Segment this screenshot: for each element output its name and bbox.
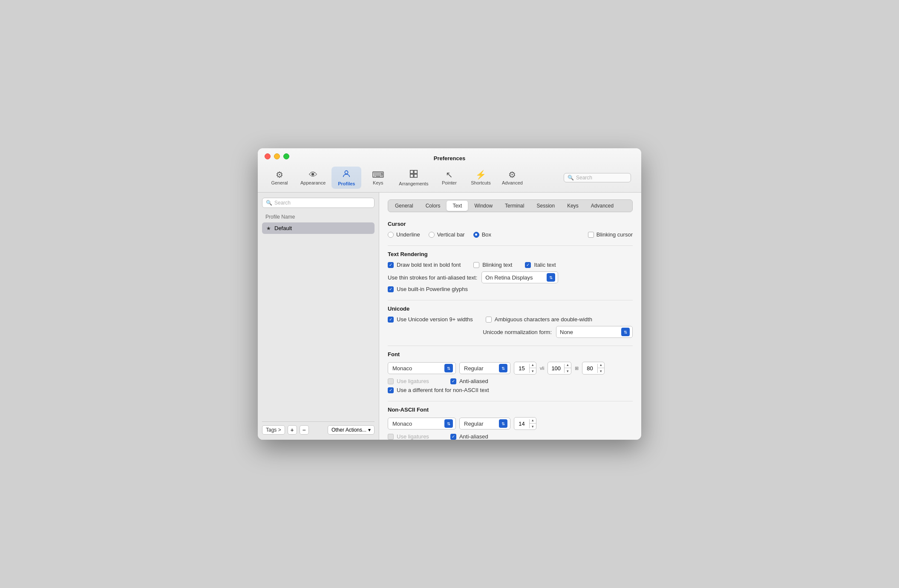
font-size-up[interactable]: ▴ xyxy=(530,362,536,368)
anti-aliased-option[interactable]: Anti-aliased xyxy=(450,378,488,384)
unicode-version-checkbox[interactable] xyxy=(388,317,394,323)
tab-terminal[interactable]: Terminal xyxy=(499,201,530,211)
text-rendering-title: Text Rendering xyxy=(388,251,633,257)
tab-keys[interactable]: Keys xyxy=(561,201,585,211)
toolbar-search-input[interactable] xyxy=(576,175,627,181)
non-ascii-size-up[interactable]: ▴ xyxy=(530,418,536,424)
blinking-text-checkbox[interactable] xyxy=(473,262,479,268)
non-ascii-size-arrows[interactable]: ▴ ▾ xyxy=(530,418,536,429)
toolbar-item-keys[interactable]: ⌨ Keys xyxy=(363,168,393,188)
line-height-up[interactable]: ▴ xyxy=(565,362,571,368)
non-ascii-font-select[interactable]: Monaco ⇅ xyxy=(388,418,456,429)
toolbar-item-pointer[interactable]: ↖ Pointer xyxy=(434,168,464,188)
italic-text-label: Italic text xyxy=(534,262,556,268)
draw-bold-checkbox[interactable] xyxy=(388,262,394,268)
cursor-option-underline[interactable]: Underline xyxy=(388,231,420,238)
add-profile-button[interactable]: + xyxy=(288,425,297,435)
normalization-select[interactable]: None ⇅ xyxy=(556,326,633,338)
keyboard-icon: ⌨ xyxy=(372,170,384,179)
use-ligatures-checkbox[interactable] xyxy=(388,378,394,384)
cursor-radio-box[interactable] xyxy=(473,232,479,238)
cursor-option-box[interactable]: Box xyxy=(473,231,491,238)
tab-advanced[interactable]: Advanced xyxy=(585,201,620,211)
tab-text[interactable]: Text xyxy=(447,201,468,211)
powerline-label: Use built-in Powerline glyphs xyxy=(397,286,468,292)
unicode-version-label: Use Unicode version 9+ widths xyxy=(397,316,473,323)
anti-alias-value: On Retina Displays xyxy=(485,274,547,281)
draw-bold-option[interactable]: Draw bold text in bold font xyxy=(388,262,461,268)
maximize-button[interactable] xyxy=(283,153,289,159)
blinking-cursor-checkbox[interactable] xyxy=(588,232,594,238)
use-ligatures-option[interactable]: Use ligatures xyxy=(388,378,429,384)
cursor-radio-vertical-bar[interactable] xyxy=(429,232,435,238)
non-ascii-size-down[interactable]: ▾ xyxy=(530,424,536,429)
toolbar-item-appearance[interactable]: 👁 Appearance xyxy=(296,168,330,188)
diff-font-checkbox[interactable] xyxy=(388,387,394,393)
non-ascii-anti-aliased-checkbox[interactable] xyxy=(450,434,456,440)
profile-name: Default xyxy=(274,225,292,231)
svg-point-0 xyxy=(345,171,348,174)
line-height-down[interactable]: ▾ xyxy=(565,368,571,374)
toolbar-item-arrangements[interactable]: Arrangements xyxy=(395,167,432,189)
cursor-option-vertical-bar[interactable]: Vertical bar xyxy=(429,231,465,238)
italic-text-option[interactable]: Italic text xyxy=(525,262,556,268)
sidebar-search-input[interactable] xyxy=(274,200,371,206)
toolbar-search[interactable]: 🔍 xyxy=(564,173,631,182)
char-spacing-arrows[interactable]: ▴ ▾ xyxy=(598,362,604,374)
font-style-select[interactable]: Regular ⇅ xyxy=(459,362,510,374)
non-ascii-style-select[interactable]: Regular ⇅ xyxy=(459,418,510,429)
sidebar-footer: Tags > + − Other Actions... ▾ xyxy=(262,421,375,435)
anti-aliased-checkbox[interactable] xyxy=(450,378,456,384)
blinking-text-option[interactable]: Blinking text xyxy=(473,262,512,268)
tab-general[interactable]: General xyxy=(389,201,419,211)
sidebar-search[interactable]: 🔍 xyxy=(262,198,375,208)
profile-item-default[interactable]: ★ Default xyxy=(262,222,375,234)
remove-profile-button[interactable]: − xyxy=(300,425,309,435)
font-size-arrows[interactable]: ▴ ▾ xyxy=(530,362,536,374)
char-spacing-up[interactable]: ▴ xyxy=(598,362,604,368)
toolbar-item-shortcuts[interactable]: ⚡ Shortcuts xyxy=(466,168,496,188)
toolbar-item-profiles[interactable]: Profiles xyxy=(331,167,361,189)
tab-colors[interactable]: Colors xyxy=(420,201,447,211)
tab-window[interactable]: Window xyxy=(468,201,498,211)
ambiguous-chars-checkbox[interactable] xyxy=(486,317,492,323)
ambiguous-chars-option[interactable]: Ambiguous characters are double-width xyxy=(486,316,592,323)
search-icon: 🔍 xyxy=(568,175,574,181)
powerline-checkbox[interactable] xyxy=(388,286,394,292)
powerline-option[interactable]: Use built-in Powerline glyphs xyxy=(388,286,633,292)
non-ascii-ligatures-option[interactable]: Use ligatures xyxy=(388,433,429,440)
font-name-select[interactable]: Monaco ⇅ xyxy=(388,362,456,374)
line-height-arrows[interactable]: ▴ ▾ xyxy=(565,362,571,374)
tab-session[interactable]: Session xyxy=(530,201,561,211)
diff-font-option[interactable]: Use a different font for non-ASCII text xyxy=(388,387,633,393)
text-rendering-section: Text Rendering Draw bold text in bold fo… xyxy=(388,251,633,292)
tags-button[interactable]: Tags > xyxy=(262,425,285,435)
cursor-section-title: Cursor xyxy=(388,221,633,227)
char-spacing-value: 80 xyxy=(582,364,598,373)
non-ascii-anti-aliased-option[interactable]: Anti-aliased xyxy=(450,433,488,440)
char-spacing-down[interactable]: ▾ xyxy=(598,368,604,374)
unicode-version-option[interactable]: Use Unicode version 9+ widths xyxy=(388,316,473,323)
close-button[interactable] xyxy=(265,153,271,159)
blinking-cursor-option[interactable]: Blinking cursor xyxy=(588,231,633,238)
line-height-stepper[interactable]: 100 ▴ ▾ xyxy=(547,362,571,375)
toolbar-item-general[interactable]: ⚙ General xyxy=(265,168,294,188)
non-ascii-section: Non-ASCII Font Monaco ⇅ Regular ⇅ 14 ▴ xyxy=(388,406,633,440)
font-size-down[interactable]: ▾ xyxy=(530,368,536,374)
non-ascii-style-value: Regular xyxy=(464,421,499,427)
font-name-value: Monaco xyxy=(392,365,444,372)
anti-alias-select[interactable]: On Retina Displays ⇅ xyxy=(481,271,558,283)
non-ascii-size-stepper[interactable]: 14 ▴ ▾ xyxy=(514,417,536,430)
minimize-button[interactable] xyxy=(274,153,280,159)
main-panel: General Colors Text Window Terminal Sess… xyxy=(379,193,641,440)
italic-text-checkbox[interactable] xyxy=(525,262,531,268)
char-spacing-stepper[interactable]: 80 ▴ ▾ xyxy=(582,362,605,375)
non-ascii-ligatures-checkbox[interactable] xyxy=(388,434,394,440)
profile-list: ★ Default xyxy=(262,222,375,421)
pointer-icon: ↖ xyxy=(446,170,453,179)
font-size-stepper[interactable]: 15 ▴ ▾ xyxy=(514,362,536,375)
toolbar-item-advanced[interactable]: ⚙ Advanced xyxy=(497,168,527,188)
anti-aliased-label: Anti-aliased xyxy=(459,378,488,384)
cursor-radio-underline[interactable] xyxy=(388,232,394,238)
other-actions-button[interactable]: Other Actions... ▾ xyxy=(328,425,375,435)
